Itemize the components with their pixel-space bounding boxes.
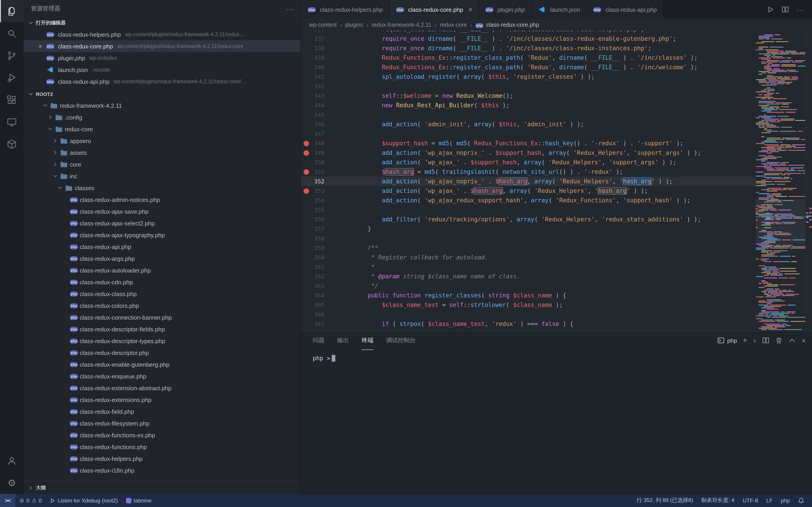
editor-tab[interactable]: launch.json <box>531 0 587 19</box>
tree-item-folder[interactable]: core <box>23 159 300 170</box>
tree-item-file[interactable]: phpclass-redux-filesystem.php <box>23 417 300 429</box>
tree-item-file[interactable]: phpclass-redux-ajax-typography.php <box>23 229 300 241</box>
code-line[interactable]: 342 <box>301 81 756 91</box>
tree-item-folder[interactable]: redux-core <box>23 123 300 135</box>
line-number[interactable]: 365 <box>312 300 324 309</box>
tree-item-folder[interactable]: redux-framework-4.2.11 <box>23 100 300 111</box>
line-number[interactable]: 349 <box>312 148 324 158</box>
breakpoint-gutter[interactable] <box>301 101 312 110</box>
open-editor-item[interactable]: launch.json.vscode <box>23 64 300 75</box>
line-number[interactable]: 356 <box>312 215 324 224</box>
close-panel-icon[interactable]: × <box>802 337 806 344</box>
tree-item-file[interactable]: phpclass-redux-colors.php <box>23 300 300 312</box>
breakpoint-gutter[interactable] <box>301 110 312 119</box>
overview-ruler-scrollbar[interactable] <box>805 31 812 331</box>
code-line[interactable]: 343 self::$welcome = new Redux_Welcome()… <box>301 91 756 101</box>
code-line[interactable]: 355 <box>301 205 756 215</box>
split-terminal-icon[interactable] <box>762 337 769 344</box>
line-number[interactable]: 363 <box>312 281 324 291</box>
breadcrumb-item[interactable]: wp-content <box>309 22 337 28</box>
tree-item-file[interactable]: phpclass-redux-ajax-select2.php <box>23 217 300 229</box>
open-editor-item[interactable]: phpclass-redux-api.phpwp-content/plugins… <box>23 75 300 88</box>
line-number[interactable]: 353 <box>312 186 324 195</box>
line-number[interactable]: 355 <box>312 205 324 215</box>
language-mode-status[interactable]: php <box>777 494 794 507</box>
breakpoint-gutter[interactable] <box>301 167 312 176</box>
eol-status[interactable]: LF <box>762 494 777 507</box>
code-line[interactable]: 357 } <box>301 224 756 234</box>
tree-item-file[interactable]: phpclass-redux-extensions.php <box>23 394 300 406</box>
tree-item-file[interactable]: phpclass-redux-functions.php <box>23 441 300 453</box>
activity-bar-item[interactable] <box>0 450 23 472</box>
breakpoint-gutter[interactable] <box>301 138 312 148</box>
code-editor[interactable]: 336 require_once dirname( __FILE__ ) . '… <box>301 31 812 331</box>
breakpoint-gutter[interactable] <box>301 91 312 101</box>
views-more-actions-icon[interactable]: ··· <box>286 5 294 12</box>
terminal-dropdown-icon[interactable]: ∨ <box>753 338 757 343</box>
line-number[interactable]: 336 <box>312 31 324 34</box>
tree-item-folder[interactable]: inc <box>23 170 300 182</box>
tabnine-status[interactable]: tabnine <box>122 494 156 507</box>
terminal[interactable]: php > <box>301 349 812 494</box>
tree-item-file[interactable]: phpclass-redux-cdn.php <box>23 276 300 288</box>
code-line[interactable]: 367 if ( strpos( $class_name_test, 'redu… <box>301 319 756 329</box>
code-line[interactable]: 344 new Redux_Rest_Api_Builder( $this ); <box>301 101 756 110</box>
code-line[interactable]: 359 /** <box>301 243 756 252</box>
line-number[interactable]: 344 <box>312 101 324 110</box>
panel-tab[interactable]: 问题 <box>313 331 324 350</box>
tree-item-file[interactable]: phpclass-redux-api.php <box>23 241 300 252</box>
breakpoint-gutter[interactable] <box>301 215 312 224</box>
breakpoint-gutter[interactable] <box>301 262 312 272</box>
tree-item-file[interactable]: phpclass-redux-admin-notices.php <box>23 194 300 206</box>
code-line[interactable]: 348 $support_hash = md5( md5( Redux_Func… <box>301 138 756 148</box>
breakpoint-gutter[interactable] <box>301 186 312 195</box>
code-line[interactable]: 346 add_action( 'admin_init', array( $th… <box>301 119 756 129</box>
breakpoint-gutter[interactable] <box>301 272 312 281</box>
tree-item-folder[interactable]: assets <box>23 147 300 159</box>
line-number[interactable]: 359 <box>312 243 324 252</box>
line-number[interactable]: 338 <box>312 44 324 53</box>
tree-item-file[interactable]: phpclass-redux-enable-gutenberg.php <box>23 358 300 370</box>
maximize-panel-icon[interactable] <box>789 337 796 344</box>
breakpoint-gutter[interactable] <box>301 224 312 234</box>
code-line[interactable]: 350 add_action( 'wp_ajax_' . $support_ha… <box>301 158 756 167</box>
minimap[interactable] <box>756 31 806 331</box>
breakpoint-gutter[interactable] <box>301 148 312 158</box>
indentation-status[interactable]: 制表符长度: 4 <box>697 494 739 507</box>
breakpoint-gutter[interactable] <box>301 31 312 34</box>
editor-tab[interactable]: phpclass-redux-api.php <box>586 0 663 19</box>
kill-terminal-icon[interactable] <box>775 337 782 344</box>
tree-item-folder[interactable]: appsero <box>23 135 300 147</box>
breakpoint-gutter[interactable] <box>301 319 312 329</box>
code-line[interactable]: 361 * <box>301 262 756 272</box>
minimap-viewport[interactable] <box>756 200 806 245</box>
activity-bar-item[interactable]: ⚙ <box>0 472 23 494</box>
tree-item-folder[interactable]: .config <box>23 111 300 123</box>
breakpoint-gutter[interactable] <box>301 62 312 72</box>
breakpoint-gutter[interactable] <box>301 53 312 62</box>
code-line[interactable]: 365 $class_name_test = self::strtolower(… <box>301 300 756 309</box>
line-number[interactable]: 347 <box>312 129 324 138</box>
tree-item-file[interactable]: phpclass-redux-functions-ex.php <box>23 429 300 441</box>
breakpoint-gutter[interactable] <box>301 119 312 129</box>
activity-bar-item[interactable] <box>0 0 23 22</box>
line-number[interactable]: 348 <box>312 138 324 148</box>
line-number[interactable]: 357 <box>312 224 324 234</box>
code-line[interactable]: 363 */ <box>301 281 756 291</box>
panel-tab[interactable]: 终端 <box>362 331 373 350</box>
line-number[interactable]: 345 <box>312 110 324 119</box>
breakpoint-gutter[interactable] <box>301 309 312 319</box>
code-line[interactable]: 341 spl_autoload_register( array( $this,… <box>301 72 756 81</box>
code-line[interactable]: 351 $hash_arg = md5( trailingslashit( ne… <box>301 167 756 176</box>
code-line[interactable]: 352 add_action( 'wp_ajax_nopriv_' . $has… <box>301 176 756 186</box>
breakpoint-gutter[interactable] <box>301 234 312 243</box>
terminal-profile-button[interactable]: php <box>717 337 737 344</box>
breakpoint-gutter[interactable] <box>301 129 312 138</box>
line-number[interactable]: 362 <box>312 272 324 281</box>
breakpoint-gutter[interactable] <box>301 34 312 44</box>
code-line[interactable]: 360 * Register callback for autoload. <box>301 252 756 262</box>
encoding-status[interactable]: UTF-8 <box>739 494 762 507</box>
breadcrumb-item[interactable]: redux-framework-4.2.11 <box>371 22 432 28</box>
tree-item-file[interactable]: phpclass-redux-args.php <box>23 252 300 264</box>
line-number[interactable]: 337 <box>312 34 324 44</box>
